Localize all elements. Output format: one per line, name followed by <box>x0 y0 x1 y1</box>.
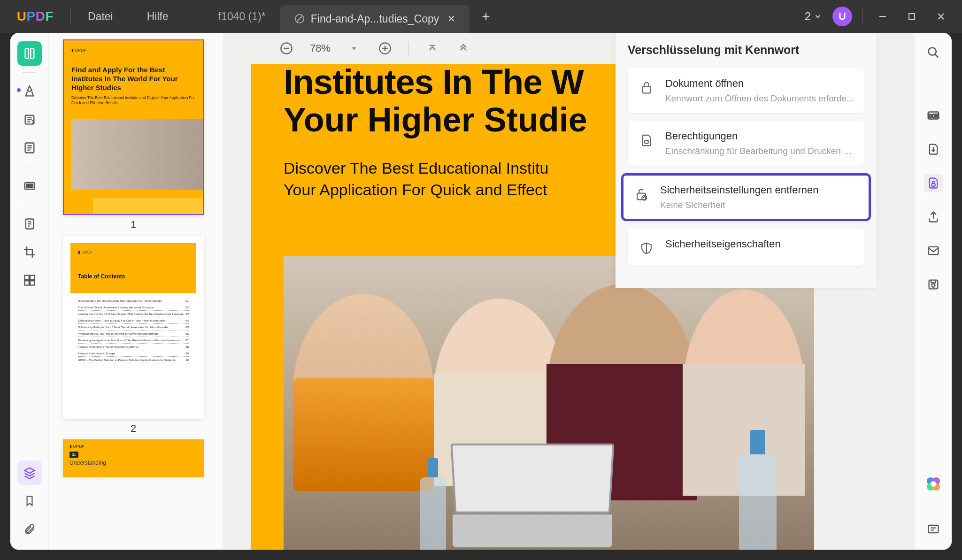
svg-rect-13 <box>642 87 651 93</box>
shield-icon <box>638 240 655 257</box>
protect-button[interactable] <box>924 174 943 192</box>
svg-rect-20 <box>931 184 935 186</box>
svg-rect-1 <box>909 14 915 19</box>
file-lock-icon <box>638 132 655 149</box>
document-area: 78% Institutes In The W Your Higher Stud… <box>223 33 914 550</box>
crop-tool[interactable] <box>17 240 42 264</box>
hero-photo <box>284 256 814 550</box>
card-title: Berechtigungen <box>665 130 854 142</box>
right-toolbar: OCR <box>914 33 952 550</box>
convert-button[interactable] <box>924 140 943 159</box>
no-edit-icon <box>294 13 305 24</box>
tab-active[interactable]: Find-and-Ap...tudies_Copy ✕ <box>280 5 470 33</box>
thumbnail-number: 1 <box>63 219 204 231</box>
ai-flower-button[interactable] <box>924 475 943 493</box>
svg-point-28 <box>931 481 936 487</box>
security-open-document[interactable]: Dokument öffnen Kennwort zum Öffnen des … <box>628 68 864 113</box>
ocr-button[interactable]: OCR <box>924 106 943 125</box>
tab-label: Find-and-Ap...tudies_Copy <box>311 13 439 25</box>
organize-tool[interactable] <box>17 268 42 292</box>
tab-inactive[interactable]: f1040 (1)* <box>204 0 280 33</box>
maximize-button[interactable] <box>902 7 921 26</box>
thumbnail-photo <box>71 119 203 190</box>
card-sub: Kennwort zum Öffnen des Dokuments erford… <box>665 93 854 104</box>
zoom-out-button[interactable] <box>279 41 294 56</box>
reader-tool[interactable] <box>17 41 42 66</box>
thumbnail-page-1[interactable]: ▮ UPDF Find and Apply For the Best Insti… <box>63 39 204 231</box>
toc-lines: Understanding the Need to Apply Internat… <box>70 293 196 368</box>
lock-icon <box>638 79 655 96</box>
first-page-button[interactable] <box>425 41 440 56</box>
menu-file[interactable]: Datei <box>71 10 130 23</box>
edit-text-tool[interactable] <box>17 107 42 132</box>
svg-rect-8 <box>30 276 34 280</box>
zoom-dropdown[interactable] <box>346 41 362 56</box>
card-title: Dokument öffnen <box>665 77 854 90</box>
titlebar-right: 2 U <box>805 7 962 26</box>
titlebar: UPDF Datei Hilfe f1040 (1)* Find-and-Ap.… <box>0 0 962 33</box>
thumbnail-number: 2 <box>63 422 204 435</box>
card-title: Sicherheitseigenschaften <box>665 238 854 250</box>
new-tab-button[interactable] <box>469 11 502 22</box>
divider <box>862 8 863 25</box>
window-count[interactable]: 2 <box>805 10 822 23</box>
zoom-in-button[interactable] <box>377 41 392 56</box>
app-logo: UPDF <box>0 0 70 33</box>
svg-point-17 <box>928 48 936 55</box>
prev-page-button[interactable] <box>456 41 471 56</box>
svg-rect-5 <box>26 184 33 188</box>
svg-text:OCR: OCR <box>928 114 939 119</box>
zoom-level: 78% <box>310 42 331 54</box>
thumbnail-panel: ▮ UPDF Find and Apply For the Best Insti… <box>49 33 223 550</box>
share-button[interactable] <box>924 207 943 226</box>
card-sub: Einschränkung für Bearbeitung und Drucke… <box>665 146 854 156</box>
close-tab-icon[interactable]: ✕ <box>447 13 455 24</box>
security-remove-settings[interactable]: Sicherheitseinstellungen entfernen Keine… <box>621 173 871 221</box>
redact-tool[interactable] <box>17 174 42 198</box>
layers-tool[interactable] <box>17 460 42 485</box>
save-button[interactable] <box>924 275 943 294</box>
tab-label: f1040 (1)* <box>218 10 266 23</box>
close-window-button[interactable] <box>931 7 950 26</box>
svg-point-23 <box>931 284 935 287</box>
email-button[interactable] <box>924 241 943 260</box>
bookmark-tool[interactable] <box>17 489 42 513</box>
thumbnail-page-3[interactable]: ▮ UPDF 01 Understanding <box>63 439 204 477</box>
card-sub: Keine Sicherheit <box>660 200 859 210</box>
svg-rect-14 <box>645 140 648 143</box>
thumbnail-page-2[interactable]: ▮ UPDF Table of Contents Understanding t… <box>63 236 204 435</box>
security-properties[interactable]: Sicherheitseigenschaften <box>628 229 864 266</box>
comment-list-button[interactable] <box>924 520 943 538</box>
security-permissions[interactable]: Berechtigungen Einschränkung für Bearbei… <box>628 121 864 166</box>
attachment-tool[interactable] <box>17 517 42 541</box>
avatar[interactable]: U <box>832 7 852 26</box>
form-tool[interactable] <box>17 212 42 236</box>
svg-rect-7 <box>24 276 29 280</box>
svg-rect-10 <box>30 281 34 285</box>
panel-title: Verschlüsselung mit Kennwort <box>628 43 864 57</box>
highlight-tool[interactable] <box>17 79 42 104</box>
menu-help[interactable]: Hilfe <box>130 10 185 23</box>
page-text-tool[interactable] <box>17 136 42 160</box>
left-toolbar <box>10 33 49 550</box>
svg-rect-29 <box>928 525 938 533</box>
minimize-button[interactable] <box>873 7 892 26</box>
indicator-dot <box>17 88 21 92</box>
card-title: Sicherheitseinstellungen entfernen <box>660 184 859 196</box>
svg-rect-9 <box>24 281 29 285</box>
svg-rect-21 <box>928 247 938 254</box>
unlock-icon <box>633 186 650 203</box>
tab-bar: f1040 (1)* Find-and-Ap...tudies_Copy ✕ <box>204 0 503 33</box>
security-panel: Verschlüsselung mit Kennwort Dokument öf… <box>616 33 877 288</box>
main-frame: ▮ UPDF Find and Apply For the Best Insti… <box>10 33 952 550</box>
search-button[interactable] <box>924 43 943 62</box>
